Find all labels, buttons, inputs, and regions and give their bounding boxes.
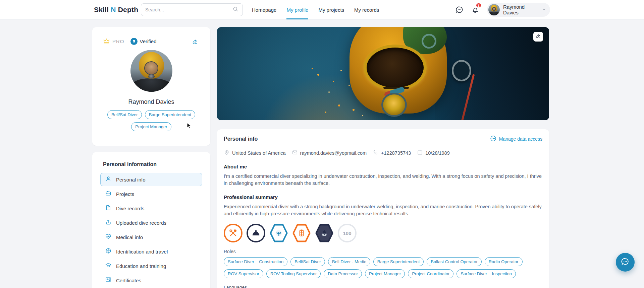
diving-bell-badge	[292, 224, 311, 242]
nav-homepage[interactable]: Homepage	[252, 0, 276, 19]
contact-row: United States of America raymond.davies@…	[224, 149, 542, 156]
sidebar-item-education-and-training[interactable]: Education and training	[100, 259, 202, 273]
role-chip: Radio Operator	[485, 257, 523, 266]
birth-date-item: 10/28/1989	[417, 149, 450, 156]
role-chip: Bell/Sat Diver	[107, 110, 142, 119]
sidebar-item-certificates[interactable]: Certificates	[100, 274, 202, 287]
role-chip: Project Coordinator	[408, 269, 453, 278]
role-chip: Project Manager	[365, 269, 405, 278]
sidebar-item-label: Education and training	[116, 263, 166, 269]
role-chip: Surface Diver – Construction	[224, 257, 287, 266]
phone-item: +1228735743	[373, 149, 411, 156]
crown-icon	[103, 37, 110, 46]
verified-shield-icon	[130, 38, 138, 45]
sidebar-item-label: Medical info	[116, 234, 143, 240]
pencil-icon	[535, 33, 541, 40]
tools-badge	[224, 224, 243, 242]
search-icon	[232, 6, 238, 13]
sidebar-item-label: Dive records	[116, 206, 144, 211]
search-input[interactable]	[145, 7, 232, 12]
nav-my-profile[interactable]: My profile	[286, 0, 308, 19]
role-chip: ROV Tooling Supervisor	[266, 269, 321, 278]
logo-part-skill: Skill	[94, 6, 109, 13]
globe-icon	[105, 247, 112, 256]
profile-name: Raymond Davies	[92, 98, 210, 105]
sidebar-item-label: Identification and travel	[116, 249, 168, 255]
sidebar-item-label: Certificates	[116, 278, 141, 283]
calendar-icon	[417, 149, 423, 156]
top-navbar: Skill N Depth Homepage My profile My pro…	[0, 0, 644, 19]
email-item: raymond.davies@yopmail.com	[292, 149, 367, 156]
avatar	[488, 4, 500, 15]
sidebar-item-label: Projects	[116, 191, 134, 197]
personal-info-section: Personal info Manage data access United …	[217, 129, 549, 288]
envelope-icon	[292, 149, 298, 156]
sidebar-item-uploaded-dive-records[interactable]: Uploaded dive records	[100, 216, 202, 229]
sidebar-item-projects[interactable]: Projects	[100, 187, 202, 201]
role-chip: Data Processor	[324, 269, 362, 278]
sidebar-item-dive-records[interactable]: Dive records	[100, 202, 202, 215]
logo-part-n: N	[111, 6, 116, 13]
phone-icon	[373, 149, 379, 156]
sidebar-item-label: Personal info	[116, 177, 146, 183]
chevron-down-icon	[542, 7, 546, 13]
score-badge-label: 100	[343, 230, 351, 236]
main-nav: Homepage My profile My projects My recor…	[252, 0, 379, 19]
section-title: Personal info	[224, 136, 258, 142]
logo-part-depth: Depth	[118, 6, 139, 13]
manage-data-access-link[interactable]: Manage data access	[490, 135, 542, 143]
role-chip: Project Manager	[131, 122, 171, 131]
role-chip: Surface Diver – Inspection	[457, 269, 516, 278]
key-circle-icon	[490, 135, 497, 143]
role-chip: Ballast Control Operator	[427, 257, 481, 266]
cover-photo	[217, 27, 549, 120]
edit-cover-button[interactable]	[533, 32, 543, 42]
sidebar-item-identification-and-travel[interactable]: Identification and travel	[100, 245, 202, 258]
chat-bubble-icon	[621, 257, 630, 268]
professional-summary-title: Professional summary	[224, 194, 542, 200]
sidebar-item-label: Uploaded dive records	[116, 220, 166, 226]
role-chip: ROV Supervisor	[224, 269, 263, 278]
messages-icon[interactable]	[455, 5, 464, 14]
nav-my-records[interactable]: My records	[354, 0, 379, 19]
profile-summary-card: PRO Verified Raymond Davies Bell/Sat Div…	[92, 27, 210, 146]
certificate-icon	[105, 276, 112, 284]
graduation-cap-icon	[105, 262, 112, 270]
professional-summary-text: Experienced commercial diver with a stro…	[224, 203, 542, 217]
briefcase-icon	[105, 190, 112, 198]
support-chat-button[interactable]	[616, 253, 635, 272]
heart-pulse-icon	[105, 233, 112, 241]
manage-data-access-label: Manage data access	[499, 136, 542, 142]
snorkel-mask-badge	[315, 224, 334, 242]
document-icon	[105, 204, 112, 212]
search-box	[141, 3, 243, 16]
app-logo[interactable]: Skill N Depth	[94, 6, 138, 14]
upload-icon	[105, 219, 112, 227]
achievement-badges: 100	[224, 224, 542, 242]
birth-date-value: 10/28/1989	[425, 150, 450, 156]
roles-title: Roles	[224, 249, 542, 254]
sidebar-item-medical-info[interactable]: Medical info	[100, 230, 202, 244]
verified-label: Verified	[140, 39, 157, 44]
hardhat-badge	[247, 224, 265, 242]
role-chip: Bell/Sat Diver	[290, 257, 325, 266]
nav-my-projects[interactable]: My projects	[318, 0, 344, 19]
user-menu[interactable]: Raymond Davies	[487, 3, 550, 17]
about-me-text: I'm a certified commercial diver special…	[224, 173, 542, 187]
profile-role-chips: Bell/Sat Diver Barge Superintendent Proj…	[101, 110, 202, 131]
role-chip: Barge Superintendent	[145, 110, 195, 119]
pro-badge: PRO	[103, 37, 124, 46]
sidebar-item-personal-info[interactable]: Personal info	[100, 173, 202, 186]
dive-mask-badge	[269, 224, 288, 242]
personal-information-menu: Personal information Personal info Proje…	[92, 152, 210, 288]
edit-profile-icon[interactable]	[192, 38, 198, 45]
role-chip: Bell Diver - Medic	[328, 257, 370, 266]
person-icon	[105, 175, 112, 184]
profile-photo	[130, 50, 172, 92]
user-name: Raymond Davies	[503, 4, 539, 15]
country-item: United States of America	[224, 149, 286, 156]
role-chip: Barge Superintendent	[373, 257, 424, 266]
phone-value: +1228735743	[381, 150, 411, 156]
email-value: raymond.davies@yopmail.com	[300, 150, 367, 156]
location-pin-icon	[224, 149, 230, 156]
